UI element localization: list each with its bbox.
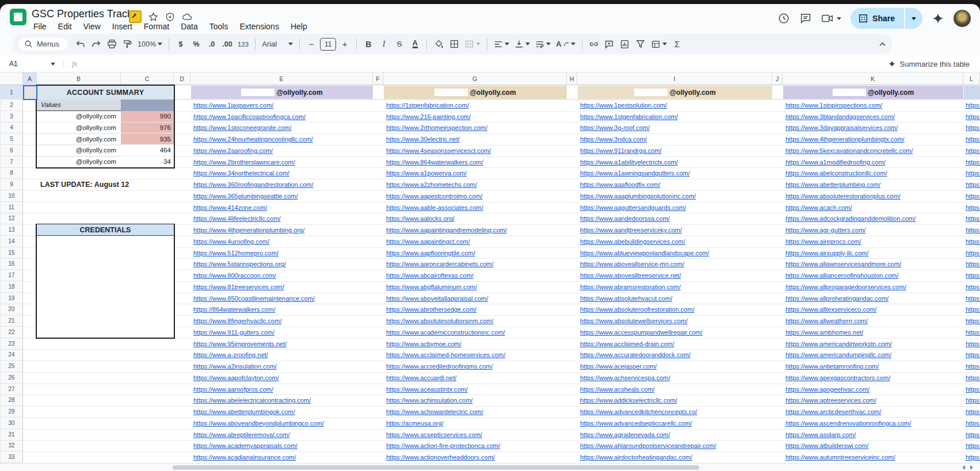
- url-link[interactable]: https://www.academicconstructioninc.com/: [386, 329, 505, 336]
- url-cell[interactable]: https://www.5starinspections.org/: [193, 259, 324, 270]
- url-cell[interactable]: https://www.abovealltreeservice.net/: [580, 270, 716, 281]
- url-cell[interactable]: https://www.abebuildingservices.com/: [580, 236, 716, 247]
- url-cell[interactable]: https://www.aable-associates.com/: [386, 202, 507, 213]
- url-cell[interactable]: https://www.acclaimed-homeservices.com/: [386, 350, 507, 361]
- url-cell-clipped[interactable]: https://www.: [966, 395, 980, 407]
- url-cell[interactable]: https://www.action-fire-protectionca.com…: [386, 441, 507, 452]
- url-cell[interactable]: https://www.a-zroofing.net/: [193, 350, 324, 361]
- url-cell-clipped[interactable]: https://www.: [966, 451, 980, 463]
- scroll-right-arrow[interactable]: [970, 465, 973, 470]
- url-cell[interactable]: https://www.1jaxpavers.com/: [193, 99, 324, 111]
- url-cell[interactable]: https://www.4seasonsservicesct.com/: [386, 145, 507, 156]
- url-cell[interactable]: https://www.2aaroofing.com/: [193, 145, 324, 156]
- url-cell[interactable]: https://www.aapaintingandremodeling.com/: [386, 224, 507, 236]
- url-cell[interactable]: https://www.3ndca.com/: [580, 133, 716, 145]
- last-update-text[interactable]: LAST UPDATE: August 12: [40, 179, 129, 190]
- url-cell[interactable]: https://www.a1abilityelectrictx.com/: [580, 156, 716, 168]
- borders-button[interactable]: [447, 37, 461, 51]
- column-header-D[interactable]: D: [174, 72, 190, 85]
- url-link[interactable]: https://www.3ndca.com/: [580, 136, 647, 143]
- url-link[interactable]: https://www.1stoconeegranite.com/: [193, 124, 292, 131]
- url-cell[interactable]: https://www.airdoctorheatingandac.com/: [580, 451, 716, 463]
- group-header-cell-L[interactable]: [964, 86, 980, 99]
- url-cell-clipped[interactable]: https://www.: [966, 259, 980, 270]
- url-link[interactable]: https://www.accuratedooranddock.com/: [580, 351, 691, 358]
- url-link[interactable]: https://www.abcairoftexas.com/: [386, 272, 474, 279]
- menu-tools[interactable]: Tools: [205, 21, 233, 32]
- url-link[interactable]: https://www.4thgenerationplumbingtx.com/: [785, 136, 905, 143]
- url-link[interactable]: https://www.4lifeelectricllc.com/: [193, 215, 281, 222]
- url-cell[interactable]: https://www.aboveandbeyondplumbingco.com…: [193, 418, 324, 429]
- url-cell[interactable]: https://www.aandjtreeserviceky.com/: [580, 224, 716, 236]
- url-cell[interactable]: https://www.asolarp.com/: [785, 429, 916, 441]
- url-link[interactable]: https://www.abelelectricalcontracting.co…: [193, 397, 311, 404]
- url-cell[interactable]: https://www.4thgenerationplumbing.org/: [193, 224, 324, 236]
- redo-button[interactable]: [89, 37, 103, 51]
- url-link[interactable]: https://www.americandumpingllc.com/: [785, 351, 891, 358]
- url-link[interactable]: https://www.3dayappraisalservices.com/: [785, 124, 898, 131]
- url-link[interactable]: https://www.: [966, 159, 980, 166]
- url-link[interactable]: https://www.ahlaroundpoolserviceandrepai…: [580, 442, 716, 449]
- url-cell[interactable]: https://www.aceaustintx.com/: [386, 384, 507, 395]
- url-link[interactable]: https://www.aaafloodfix.com/: [580, 181, 660, 188]
- url-link[interactable]: https://www.acsepticservices.com/: [386, 431, 482, 438]
- url-link[interactable]: https://www.agr-gutters.com/: [785, 227, 865, 233]
- url-cell[interactable]: https://www.americandumpingllc.com/: [785, 350, 916, 361]
- url-link[interactable]: https://www.addickselectricllc.com/: [580, 397, 677, 404]
- url-cell[interactable]: https://www.accuratedooranddock.com/: [580, 350, 716, 361]
- url-link[interactable]: https://www.: [966, 454, 980, 461]
- url-link[interactable]: https://www.850coastlinemaintenance.com/: [193, 295, 315, 302]
- url-cell[interactable]: https://www.allawnservicesandmore.com/: [785, 259, 916, 270]
- merge-cells-button[interactable]: [463, 37, 482, 51]
- row-header-32[interactable]: 32: [0, 441, 23, 452]
- url-link[interactable]: https://www.: [966, 136, 980, 143]
- url-link[interactable]: https://www.81treeservices.com/: [193, 284, 284, 290]
- video-call-button[interactable]: [821, 13, 841, 24]
- url-link[interactable]: https://www.aalocks.org/: [386, 215, 455, 222]
- url-link[interactable]: https://www.aaguttersandguards.com/: [580, 204, 686, 211]
- url-cell-clipped[interactable]: https://www.: [966, 304, 980, 316]
- menu-file[interactable]: File: [29, 21, 51, 32]
- vertical-align-button[interactable]: [513, 37, 532, 51]
- url-link[interactable]: https://www.: [966, 386, 980, 393]
- column-header-G[interactable]: G: [383, 72, 567, 85]
- url-link[interactable]: https://www.absoluteroofrestoration.com/: [580, 306, 695, 313]
- url-link[interactable]: https://www.allweatherrr.com/: [785, 317, 868, 324]
- cloud-status-icon[interactable]: [182, 12, 193, 22]
- table-views-button[interactable]: [649, 37, 669, 51]
- url-cell[interactable]: https://www.a2insulation.com/: [193, 361, 324, 372]
- url-link[interactable]: https://www.: [966, 442, 980, 449]
- row-header-10[interactable]: 10: [0, 190, 23, 202]
- url-cell-clipped[interactable]: https://www.: [966, 350, 980, 361]
- url-cell[interactable]: https://www.aaguttersandguards.com/: [580, 202, 716, 213]
- url-link[interactable]: https://www.adcockgradinganddemolition.c…: [785, 215, 916, 222]
- url-cell[interactable]: https://www.aapaintingct.com/: [386, 236, 507, 247]
- url-link[interactable]: https://www.911randrga.com/: [580, 147, 662, 154]
- row-header-24[interactable]: 24: [0, 350, 23, 361]
- url-link[interactable]: https://www.absolutesolutionsnm.com/: [386, 317, 493, 324]
- row-header-5[interactable]: 5: [0, 133, 23, 145]
- url-cell-clipped[interactable]: https://www.: [966, 372, 980, 384]
- url-link[interactable]: https://www.1pestsolution.com/: [580, 102, 667, 109]
- url-link[interactable]: https://www.: [966, 397, 980, 404]
- url-cell[interactable]: https://www.1stgenfabrication.com/: [580, 111, 716, 122]
- fill-color-button[interactable]: [432, 37, 445, 51]
- horizontal-scrollbar[interactable]: [0, 463, 980, 471]
- url-cell[interactable]: https://www.agradenevada.com/: [580, 429, 716, 441]
- url-cell[interactable]: https://www.a1awningsandgutters.com/: [580, 168, 716, 179]
- url-link[interactable]: https://www.aaroncardercabinets.com/: [386, 261, 493, 267]
- url-cell[interactable]: https://www.4thgenerationplumbingtx.com/: [785, 133, 916, 145]
- summarize-table-button[interactable]: Summarize this table: [888, 60, 970, 68]
- url-cell-clipped[interactable]: https://www.: [966, 122, 980, 134]
- corner-select-all[interactable]: [0, 72, 23, 85]
- url-cell[interactable]: https://www.abelconstructionllc.com/: [785, 168, 916, 179]
- row-header-26[interactable]: 26: [0, 372, 23, 384]
- url-link[interactable]: https://www.30electric.net/: [386, 136, 460, 143]
- url-cell[interactable]: https://www.acbymoe.com/: [386, 338, 507, 350]
- url-link[interactable]: https://www.absolutehvacut.com/: [580, 295, 672, 302]
- url-link[interactable]: https://www.acclaimed-drain.com/: [580, 340, 674, 347]
- url-cell[interactable]: https://www.aaafloodfix.com/: [580, 179, 716, 190]
- url-cell-clipped[interactable]: https://www.: [966, 213, 980, 225]
- url-link[interactable]: https://acmeusa.org/: [386, 420, 444, 427]
- url-link[interactable]: https://www.alltexserviceco.com/: [785, 306, 876, 313]
